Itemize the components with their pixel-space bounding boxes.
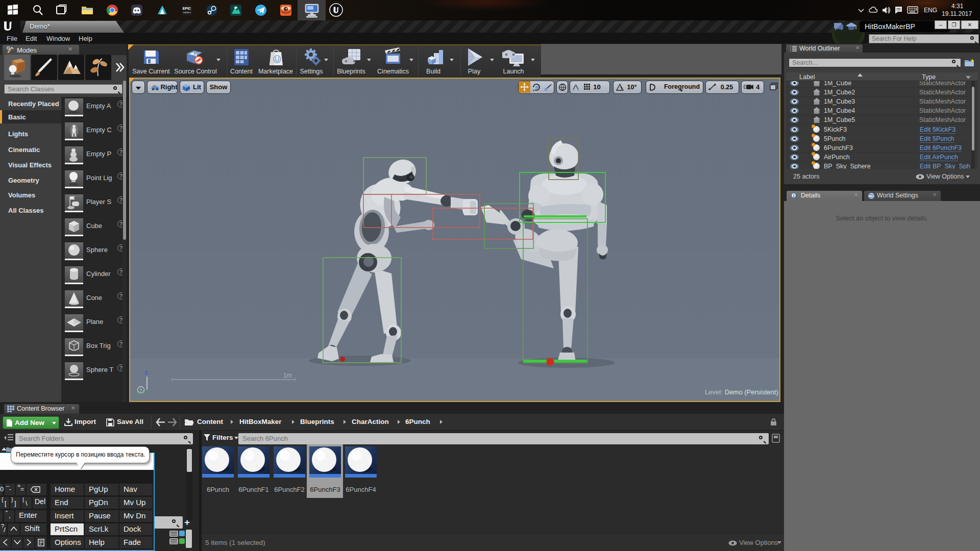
svg-text:1m: 1m: [283, 372, 292, 379]
svg-text:z: z: [144, 369, 148, 376]
svg-text:?: ?: [139, 388, 142, 393]
svg-text:Demo (Persistent): Demo (Persistent): [725, 388, 778, 396]
svg-text:EPIC: EPIC: [183, 7, 191, 10]
svg-text:Level:: Level:: [705, 388, 723, 396]
svg-text:GAMES: GAMES: [183, 11, 191, 14]
